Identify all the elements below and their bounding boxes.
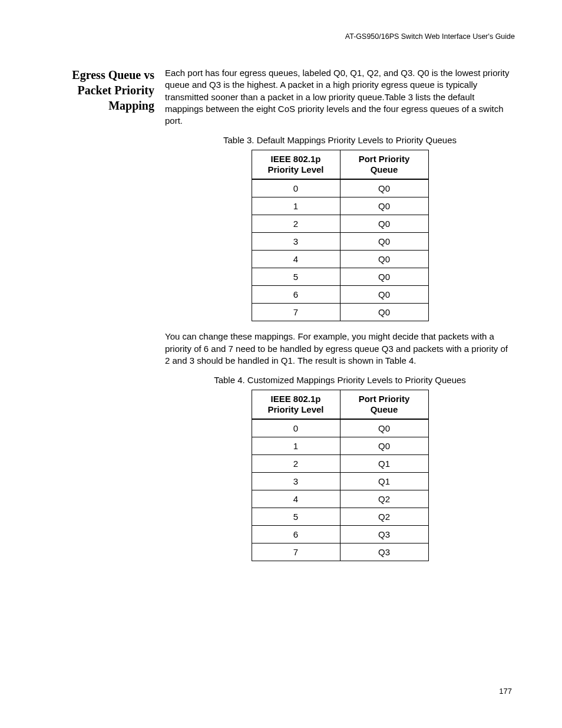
priority-level-cell: 0 bbox=[252, 179, 340, 197]
table-row: 7Q0 bbox=[252, 304, 428, 321]
table-header-row: IEEE 802.1p Priority Level Port Priority… bbox=[252, 150, 428, 180]
table-row: 3Q1 bbox=[252, 473, 428, 490]
col1-header-l1: IEEE 802.1p bbox=[270, 154, 320, 164]
table-row: 6Q0 bbox=[252, 286, 428, 304]
table3-col1-header: IEEE 802.1p Priority Level bbox=[252, 150, 340, 180]
col1-header-l2: Priority Level bbox=[267, 164, 323, 174]
port-queue-cell: Q3 bbox=[340, 543, 428, 561]
section-title-line1: Egress Queue vs bbox=[72, 68, 154, 81]
table-row: 5Q0 bbox=[252, 268, 428, 286]
priority-level-cell: 3 bbox=[252, 233, 340, 251]
col2-header-l1: Port Priority bbox=[359, 394, 410, 404]
table-row: 2Q1 bbox=[252, 455, 428, 473]
priority-level-cell: 2 bbox=[252, 455, 340, 473]
col2-header-l2: Queue bbox=[371, 404, 398, 414]
priority-level-cell: 1 bbox=[252, 197, 340, 215]
port-queue-cell: Q0 bbox=[340, 197, 428, 215]
port-queue-cell: Q2 bbox=[340, 508, 428, 526]
table-row: 5Q2 bbox=[252, 508, 428, 526]
paragraph-1: Each port has four egress queues, labele… bbox=[165, 67, 515, 127]
table4-col2-header: Port Priority Queue bbox=[340, 390, 428, 420]
table-row: 6Q3 bbox=[252, 526, 428, 543]
table3-col2-header: Port Priority Queue bbox=[340, 150, 428, 180]
table-row: 0Q0 bbox=[252, 419, 428, 437]
table4: IEEE 802.1p Priority Level Port Priority… bbox=[252, 390, 429, 561]
port-queue-cell: Q1 bbox=[340, 473, 428, 490]
priority-level-cell: 6 bbox=[252, 286, 340, 304]
section-title: Egress Queue vs Packet Priority Mapping bbox=[47, 67, 165, 113]
section-row: Egress Queue vs Packet Priority Mapping … bbox=[47, 67, 515, 571]
priority-level-cell: 5 bbox=[252, 268, 340, 286]
port-queue-cell: Q2 bbox=[340, 490, 428, 508]
priority-level-cell: 7 bbox=[252, 304, 340, 321]
port-queue-cell: Q0 bbox=[340, 304, 428, 321]
priority-level-cell: 1 bbox=[252, 437, 340, 455]
table4-col1-header: IEEE 802.1p Priority Level bbox=[252, 390, 340, 420]
body-column: Each port has four egress queues, labele… bbox=[165, 67, 515, 571]
priority-level-cell: 2 bbox=[252, 215, 340, 233]
port-queue-cell: Q0 bbox=[340, 251, 428, 268]
port-queue-cell: Q0 bbox=[340, 215, 428, 233]
table-row: 0Q0 bbox=[252, 179, 428, 197]
priority-level-cell: 0 bbox=[252, 419, 340, 437]
priority-level-cell: 5 bbox=[252, 508, 340, 526]
table-row: 4Q2 bbox=[252, 490, 428, 508]
page-content: AT-GS950/16PS Switch Web Interface User'… bbox=[0, 0, 562, 571]
table-row: 2Q0 bbox=[252, 215, 428, 233]
port-queue-cell: Q0 bbox=[340, 179, 428, 197]
col1-header-l1: IEEE 802.1p bbox=[270, 394, 320, 404]
priority-level-cell: 6 bbox=[252, 526, 340, 543]
table4-caption: Table 4. Customized Mappings Priority Le… bbox=[165, 375, 515, 385]
priority-level-cell: 4 bbox=[252, 251, 340, 268]
table-header-row: IEEE 802.1p Priority Level Port Priority… bbox=[252, 390, 428, 420]
section-title-line3: Mapping bbox=[108, 99, 154, 112]
col2-header-l1: Port Priority bbox=[359, 154, 410, 164]
priority-level-cell: 3 bbox=[252, 473, 340, 490]
col2-header-l2: Queue bbox=[371, 164, 398, 174]
priority-level-cell: 7 bbox=[252, 543, 340, 561]
port-queue-cell: Q0 bbox=[340, 437, 428, 455]
table3-caption: Table 3. Default Mappings Priority Level… bbox=[165, 135, 515, 145]
port-queue-cell: Q0 bbox=[340, 268, 428, 286]
port-queue-cell: Q1 bbox=[340, 455, 428, 473]
table-row: 4Q0 bbox=[252, 251, 428, 268]
port-queue-cell: Q0 bbox=[340, 419, 428, 437]
table-row: 1Q0 bbox=[252, 437, 428, 455]
table-row: 1Q0 bbox=[252, 197, 428, 215]
table-row: 3Q0 bbox=[252, 233, 428, 251]
col1-header-l2: Priority Level bbox=[267, 404, 323, 414]
priority-level-cell: 4 bbox=[252, 490, 340, 508]
table-row: 7Q3 bbox=[252, 543, 428, 561]
table3: IEEE 802.1p Priority Level Port Priority… bbox=[252, 150, 429, 321]
port-queue-cell: Q3 bbox=[340, 526, 428, 543]
section-title-line2: Packet Priority bbox=[78, 84, 155, 97]
port-queue-cell: Q0 bbox=[340, 286, 428, 304]
running-header: AT-GS950/16PS Switch Web Interface User'… bbox=[47, 32, 515, 41]
page-number: 177 bbox=[499, 687, 512, 696]
port-queue-cell: Q0 bbox=[340, 233, 428, 251]
paragraph-2: You can change these mappings. For examp… bbox=[165, 331, 515, 367]
